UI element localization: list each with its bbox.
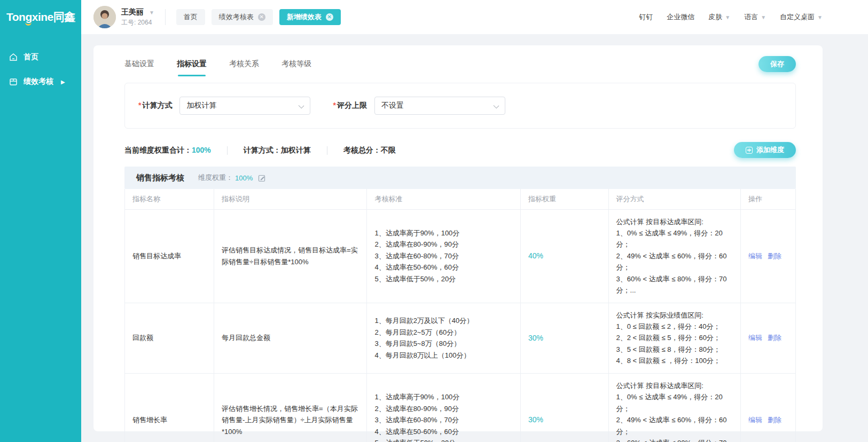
topbar-menu: 钉钉 企业微信 皮肤▼ 语言▼ 自定义桌面▼ [639,12,823,22]
weight-total: 当前维度权重合计：100% [124,146,211,155]
dimension-header: 销售指标考核 维度权重： 100% [124,167,796,189]
chevron-down-icon: ▼ [761,14,766,20]
col-weight: 指标权重 [521,189,609,209]
sidebar-nav: 首页 绩效考核 ▶ [0,34,81,94]
indicator-name: 销售目标达成率 [125,209,214,303]
user-info: 王美丽 ▼ 工号: 2064 [121,7,154,27]
settings-card: 基础设置 指标设置 考核关系 考核等级 保存 *计算方式 加权计算 *评分上限 [93,45,823,431]
score-cap-select[interactable]: 不设置 [374,97,505,115]
chip-label: 首页 [184,12,198,22]
required-asterisk: * [138,101,141,109]
chevron-down-icon [494,103,499,109]
calc-method-label: *计算方式 [138,101,172,111]
calc-method-value: 加权计算 [186,101,216,111]
calc-settings-form: *计算方式 加权计算 *评分上限 不设置 [124,83,796,129]
app-root: Tongxine同鑫 首页 绩效考核 ▶ [0,0,868,442]
chip-appraisal-list[interactable]: 绩效考核表 ✕ [212,9,273,25]
indicator-scoring: 公式计算 按实际业绩值区间: 1、0 ≤ 回款额 ≤ 2，得分：40分； 2、2… [608,303,740,373]
brand-logo: Tongxine同鑫 [0,0,81,34]
table-row: 销售增长率 评估销售增长情况，销售增长率=（本月实际销售量-上月实际销售量）÷上… [125,373,796,442]
score-cap-value: 不设置 [381,101,404,111]
edit-icon[interactable] [258,174,266,182]
sidebar: Tongxine同鑫 首页 绩效考核 ▶ [0,0,81,442]
divider [327,146,327,155]
close-icon[interactable]: ✕ [258,13,265,21]
indicator-standards: 1、达成率高于90%，100分 2、达成率在80-90%，90分 3、达成率在6… [367,209,521,303]
save-button[interactable]: 保存 [758,56,796,72]
divider [227,146,228,155]
indicator-table: 指标名称 指标说明 考核标准 指标权重 评分方式 操作 销售目标达成率 评估销售… [124,189,796,442]
dimension-weight: 维度权重： 100% [198,173,266,183]
chip-label: 绩效考核表 [219,12,254,22]
score-cap-label: *评分上限 [333,101,366,111]
indicator-standards: 1、达成率高于90%，100分 2、达成率在80-90%，90分 3、达成率在6… [367,373,521,442]
edit-link[interactable]: 编辑 [748,334,762,342]
tab-basic-settings[interactable]: 基础设置 [124,53,154,77]
row-actions: 编辑删除 [740,209,795,303]
delete-link[interactable]: 删除 [768,252,781,260]
chevron-down-icon: ▼ [149,10,154,15]
nav-tab-chips: 首页 绩效考核表 ✕ 新增绩效表 ✕ [176,9,341,25]
chevron-down-icon: ▼ [817,14,823,20]
row-actions: 编辑删除 [740,303,795,373]
dimension-title: 销售指标考核 [136,173,184,183]
indicator-standards: 1、每月回款2万及以下（40分） 2、每月回款2~5万（60分） 3、每月回款5… [367,303,521,373]
topbar: 王美丽 ▼ 工号: 2064 首页 绩效考核表 ✕ 新增绩效表 ✕ [81,0,868,34]
main-area: 王美丽 ▼ 工号: 2064 首页 绩效考核表 ✕ 新增绩效表 ✕ [81,0,868,442]
indicator-weight: 30% [521,303,609,373]
table-header-row: 指标名称 指标说明 考核标准 指标权重 评分方式 操作 [125,189,796,209]
menu-wecom[interactable]: 企业微信 [667,12,694,22]
dimension-weight-value: 100% [235,174,253,182]
user-name: 王美丽 [121,7,144,16]
chip-label: 新增绩效表 [287,12,322,22]
tab-appraisal-grades[interactable]: 考核等级 [281,53,311,77]
col-actions: 操作 [740,189,795,209]
tabs-row: 基础设置 指标设置 考核关系 考核等级 保存 [124,53,796,77]
indicator-weight: 30% [521,373,609,442]
total-score-summary: 考核总分：不限 [343,146,396,155]
row-actions: 编辑删除 [740,373,795,442]
indicator-scoring: 公式计算 按目标达成率区间: 1、0% ≤ 达成率 ≤ 49%，得分：20分； … [608,373,740,442]
col-indicator-desc: 指标说明 [214,189,367,209]
table-row: 销售目标达成率 评估销售目标达成情况，销售目标达成率=实际销售量÷目标销售量*1… [125,209,796,303]
sidebar-item-performance[interactable]: 绩效考核 ▶ [0,69,81,94]
user-avatar[interactable] [93,6,116,28]
chip-new-appraisal[interactable]: 新增绩效表 ✕ [279,9,341,25]
brand-logo-text: Tongxine同鑫 [6,10,75,25]
tab-appraisal-relations[interactable]: 考核关系 [229,53,259,77]
delete-link[interactable]: 删除 [768,334,781,342]
col-indicator-name: 指标名称 [125,189,214,209]
menu-dingtalk[interactable]: 钉钉 [639,12,653,22]
menu-custom-desktop[interactable]: 自定义桌面▼ [780,12,823,22]
indicator-name: 销售增长率 [125,373,214,442]
table-row: 回款额 每月回款总金额 1、每月回款2万及以下（40分） 2、每月回款2~5万（… [125,303,796,373]
user-name-dropdown[interactable]: 王美丽 ▼ [121,7,154,17]
edit-link[interactable]: 编辑 [748,416,762,424]
indicator-desc: 评估销售目标达成情况，销售目标达成率=实际销售量÷目标销售量*100% [214,209,367,303]
calc-method-select[interactable]: 加权计算 [179,97,310,115]
indicator-desc: 评估销售增长情况，销售增长率=（本月实际销售量-上月实际销售量）÷上月实际销售量… [214,373,367,442]
score-cap-group: *评分上限 不设置 [333,97,505,115]
chip-home[interactable]: 首页 [176,9,205,25]
summary-row: 当前维度权重合计：100% 计算方式：加权计算 考核总分：不限 添加维度 [124,142,796,159]
indicator-scoring: 公式计算 按目标达成率区间: 1、0% ≤ 达成率 ≤ 49%，得分：20分； … [608,209,740,303]
add-dimension-button[interactable]: 添加维度 [734,142,796,158]
menu-skin[interactable]: 皮肤▼ [708,12,730,22]
delete-link[interactable]: 删除 [768,416,781,424]
edit-link[interactable]: 编辑 [748,252,762,260]
archive-icon [9,77,18,86]
chevron-down-icon [299,103,304,109]
plus-icon [746,147,753,154]
sidebar-item-home[interactable]: 首页 [0,45,81,69]
indicator-weight: 40% [521,209,609,303]
chevron-right-icon[interactable]: ▶ [61,79,65,85]
close-icon[interactable]: ✕ [326,13,333,21]
chevron-down-icon: ▼ [725,14,730,20]
menu-language[interactable]: 语言▼ [744,12,766,22]
required-asterisk: * [333,101,335,109]
sidebar-item-label: 首页 [24,52,38,62]
indicator-name: 回款额 [125,303,214,373]
tab-indicator-settings[interactable]: 指标设置 [177,53,207,77]
content: 基础设置 指标设置 考核关系 考核等级 保存 *计算方式 加权计算 *评分上限 [81,34,868,442]
sidebar-item-label: 绩效考核 [24,77,53,86]
